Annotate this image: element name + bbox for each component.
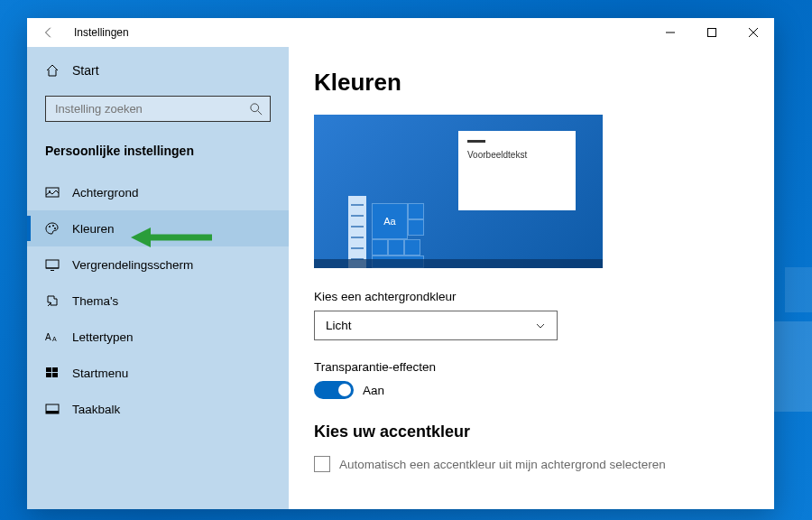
auto-accent-label: Automatisch een accentkleur uit mijn ach… — [339, 458, 666, 471]
svg-point-8 — [49, 226, 51, 228]
taskbar-icon — [45, 402, 60, 416]
home-button[interactable]: Start — [27, 54, 289, 87]
maximize-button[interactable] — [691, 18, 733, 47]
svg-rect-16 — [46, 367, 51, 372]
search-icon — [250, 103, 263, 116]
back-button[interactable] — [34, 18, 63, 47]
accent-heading: Kies uw accentkleur — [314, 422, 749, 441]
sidebar-item-startmenu[interactable]: Startmenu — [27, 355, 289, 391]
svg-rect-13 — [51, 270, 54, 271]
main-content[interactable]: Kleuren Voorbeeldtekst Aa — [289, 47, 774, 509]
sidebar-item-label: Thema's — [72, 294, 118, 308]
section-title: Persoonlijke instellingen — [27, 131, 289, 167]
settings-window: Instellingen Start Persoonlijke instelli… — [27, 18, 774, 509]
sidebar-item-themas[interactable]: Thema's — [27, 283, 289, 319]
svg-point-9 — [52, 225, 54, 227]
chevron-down-icon — [535, 320, 546, 331]
palette-icon — [45, 221, 60, 236]
svg-text:A: A — [45, 332, 51, 342]
search-input[interactable] — [46, 97, 270, 121]
sidebar-item-kleuren[interactable]: Kleuren — [27, 210, 289, 246]
sidebar-item-vergrendelingsscherm[interactable]: Vergrendelingsscherm — [27, 246, 289, 283]
color-mode-select[interactable]: Licht — [314, 311, 558, 340]
svg-point-10 — [54, 228, 56, 229]
home-icon — [45, 63, 60, 78]
theme-icon — [45, 293, 60, 308]
svg-line-5 — [258, 110, 262, 114]
svg-rect-6 — [46, 188, 59, 197]
sidebar-item-lettertypen[interactable]: AA Lettertypen — [27, 319, 289, 355]
sidebar-item-label: Taakbalk — [72, 403, 120, 416]
nav-list: Achtergrond Kleuren Vergrendelingsscherm… — [27, 174, 289, 427]
titlebar: Instellingen — [27, 18, 774, 47]
sidebar-item-achtergrond[interactable]: Achtergrond — [27, 174, 289, 210]
sidebar: Start Persoonlijke instellingen Achtergr… — [27, 47, 289, 509]
svg-rect-19 — [52, 373, 58, 377]
home-label: Start — [72, 63, 99, 78]
sidebar-item-label: Startmenu — [72, 367, 128, 380]
search-box[interactable] — [45, 96, 271, 122]
color-mode-label: Kies een achtergrondkleur — [314, 290, 749, 303]
picture-icon — [45, 185, 60, 200]
svg-rect-1 — [708, 29, 716, 37]
svg-text:A: A — [52, 336, 57, 342]
window-title: Instellingen — [74, 26, 129, 39]
transparency-label: Transparantie-effecten — [314, 360, 749, 374]
sidebar-item-label: Achtergrond — [72, 186, 139, 200]
preview-sample-window: Voorbeeldtekst — [458, 131, 576, 210]
svg-rect-11 — [46, 260, 59, 268]
sidebar-item-label: Lettertypen — [72, 330, 134, 344]
auto-accent-row[interactable]: Automatisch een accentkleur uit mijn ach… — [314, 456, 749, 472]
close-button[interactable] — [733, 18, 774, 47]
transparency-value: Aan — [363, 384, 384, 397]
sidebar-item-taakbalk[interactable]: Taakbalk — [27, 391, 289, 427]
sidebar-item-label: Kleuren — [72, 222, 115, 236]
lock-screen-icon — [45, 257, 60, 272]
svg-point-4 — [251, 103, 259, 111]
minimize-button[interactable] — [650, 18, 691, 47]
svg-rect-21 — [46, 411, 59, 413]
page-title: Kleuren — [314, 69, 749, 97]
svg-rect-17 — [52, 367, 58, 372]
svg-rect-18 — [46, 373, 51, 377]
start-icon — [45, 366, 60, 380]
auto-accent-checkbox[interactable] — [314, 456, 330, 472]
sidebar-item-label: Vergrendelingsscherm — [72, 258, 193, 272]
color-mode-value: Licht — [326, 319, 352, 332]
font-icon: AA — [45, 330, 60, 344]
color-preview: Voorbeeldtekst Aa — [314, 115, 603, 268]
transparency-toggle[interactable] — [314, 381, 354, 399]
preview-tile: Aa — [372, 203, 408, 239]
preview-sample-text: Voorbeeldtekst — [467, 150, 567, 160]
